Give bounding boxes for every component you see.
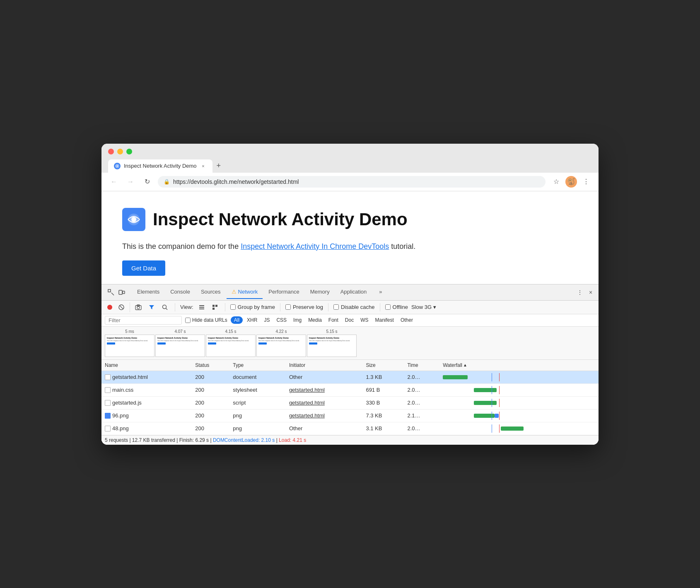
devtools-panel: Elements Console Sources ⚠ Network Perfo… [101, 284, 599, 445]
clear-button[interactable] [116, 302, 126, 312]
row-status-0: 200 [192, 371, 229, 383]
network-table-container: Name Status Type Initiator Size Time Wat… [101, 360, 599, 435]
record-button[interactable] [105, 302, 115, 312]
table-row[interactable]: getstarted.js200scriptgetstarted.html330… [101, 396, 599, 409]
devtools-close-icon[interactable]: × [586, 288, 595, 297]
filter-input[interactable] [105, 316, 182, 325]
bookmark-icon[interactable]: ☆ [550, 176, 562, 188]
page-description: This is the companion demo for the Inspe… [122, 241, 578, 252]
close-button[interactable] [108, 149, 114, 154]
page-header: Inspect Network Activity Demo [122, 208, 578, 231]
filter-img[interactable]: Img [291, 316, 304, 324]
tab-sources[interactable]: Sources [196, 285, 226, 299]
toolbar-separator-1 [175, 303, 175, 311]
status-requests: 5 requests [105, 437, 128, 443]
preserve-log-checkbox[interactable]: Preserve log [285, 304, 323, 310]
svg-rect-5 [108, 289, 111, 292]
th-status[interactable]: Status [192, 360, 229, 371]
tutorial-link[interactable]: Inspect Network Activity In Chrome DevTo… [241, 242, 389, 251]
waterfall-timeline: 5 ms Inspect Network Activity Demo This … [101, 327, 599, 360]
tab-console[interactable]: Console [165, 285, 195, 299]
disable-cache-checkbox[interactable]: Disable cache [333, 304, 375, 310]
maximize-button[interactable] [126, 149, 132, 154]
row-type-1: stylesheet [229, 383, 286, 396]
svg-point-11 [137, 306, 140, 309]
row-time-4: 2.0… [404, 422, 440, 435]
row-initiator-3[interactable]: getstarted.html [286, 409, 363, 422]
file-icon [105, 413, 111, 419]
tab-more[interactable]: » [374, 285, 387, 299]
avatar[interactable]: 🐒 [565, 176, 577, 188]
svg-point-1 [116, 165, 118, 167]
address-bar: ← → ↻ 🔒 https://devtools.glitch.me/netwo… [101, 173, 599, 191]
search-button[interactable] [160, 302, 170, 312]
table-row[interactable]: getstarted.html200documentOther1.3 KB2.0… [101, 371, 599, 383]
title-bar: Inspect Network Activity Demo × + [101, 144, 599, 173]
table-row[interactable]: main.css200stylesheetgetstarted.html691 … [101, 383, 599, 396]
filter-js[interactable]: JS [261, 316, 272, 324]
row-waterfall-4 [439, 422, 599, 435]
wf-thumb-4: 4.22 s Inspect Network Activity Demo Thi… [256, 329, 306, 357]
inspect-element-icon[interactable] [106, 288, 116, 297]
svg-rect-17 [199, 307, 204, 308]
th-name[interactable]: Name [101, 360, 192, 371]
tab-performance[interactable]: Performance [263, 285, 304, 299]
devtools-more-icon[interactable]: ⋮ [575, 288, 584, 297]
tab-close-button[interactable]: × [200, 163, 207, 169]
view-list-icon[interactable] [197, 302, 207, 312]
menu-button[interactable]: ⋮ [580, 176, 592, 188]
file-icon [105, 400, 111, 406]
filter-ws[interactable]: WS [358, 316, 371, 324]
th-size[interactable]: Size [362, 360, 404, 371]
filter-button[interactable] [147, 302, 157, 312]
offline-checkbox[interactable]: Offline [385, 304, 408, 310]
active-tab[interactable]: Inspect Network Activity Demo × [108, 159, 212, 173]
filter-css[interactable]: CSS [274, 316, 289, 324]
row-name-1: main.css [101, 383, 192, 396]
th-type[interactable]: Type [229, 360, 286, 371]
row-waterfall-2 [439, 396, 599, 409]
camera-button[interactable] [133, 302, 143, 312]
hide-data-urls-checkbox[interactable]: Hide data URLs [185, 317, 227, 323]
url-bar[interactable]: 🔒 https://devtools.glitch.me/network/get… [158, 176, 546, 188]
filter-xhr[interactable]: XHR [244, 316, 260, 324]
filter-media[interactable]: Media [306, 316, 324, 324]
row-type-0: document [229, 371, 286, 383]
filter-doc[interactable]: Doc [343, 316, 356, 324]
row-initiator-2[interactable]: getstarted.html [286, 396, 363, 409]
tab-elements[interactable]: Elements [132, 285, 164, 299]
minimize-button[interactable] [117, 149, 123, 154]
th-initiator[interactable]: Initiator [286, 360, 363, 371]
row-initiator-1[interactable]: getstarted.html [286, 383, 363, 396]
th-time[interactable]: Time [404, 360, 440, 371]
th-waterfall[interactable]: Waterfall ▲ [439, 360, 599, 371]
view-group-icon[interactable] [210, 302, 220, 312]
svg-rect-21 [212, 308, 215, 310]
filter-manifest[interactable]: Manifest [373, 316, 396, 324]
get-data-button[interactable]: Get Data [122, 260, 165, 276]
row-name-0: getstarted.html [101, 371, 192, 383]
table-row[interactable]: 48.png200pngOther3.1 KB2.0… [101, 422, 599, 435]
table-row[interactable]: 96.png200pnggetstarted.html7.3 KB2.1… [101, 409, 599, 422]
tab-memory[interactable]: Memory [305, 285, 335, 299]
status-load: Load: 4.21 s [279, 437, 306, 443]
filter-all[interactable]: All [231, 316, 243, 324]
back-button[interactable]: ← [108, 176, 120, 188]
throttle-select[interactable]: Slow 3G ▾ [411, 304, 436, 310]
svg-marker-13 [149, 305, 154, 309]
tab-network[interactable]: ⚠ Network [227, 285, 263, 299]
row-size-2: 330 B [362, 396, 404, 409]
group-by-frame-checkbox[interactable]: Group by frame [230, 304, 275, 310]
device-toolbar-icon[interactable] [117, 288, 126, 297]
devtools-status-bar: 5 requests | 12.7 KB transferred | Finis… [101, 435, 599, 445]
tab-title: Inspect Network Activity Demo [124, 163, 197, 169]
url-actions: ☆ 🐒 ⋮ [550, 176, 592, 188]
row-time-3: 2.1… [404, 409, 440, 422]
refresh-button[interactable]: ↻ [141, 176, 153, 188]
filter-font[interactable]: Font [326, 316, 341, 324]
filter-other[interactable]: Other [398, 316, 415, 324]
forward-button[interactable]: → [125, 176, 136, 188]
tab-bar: Inspect Network Activity Demo × + [108, 159, 592, 173]
tab-application[interactable]: Application [336, 285, 372, 299]
new-tab-button[interactable]: + [213, 159, 224, 173]
